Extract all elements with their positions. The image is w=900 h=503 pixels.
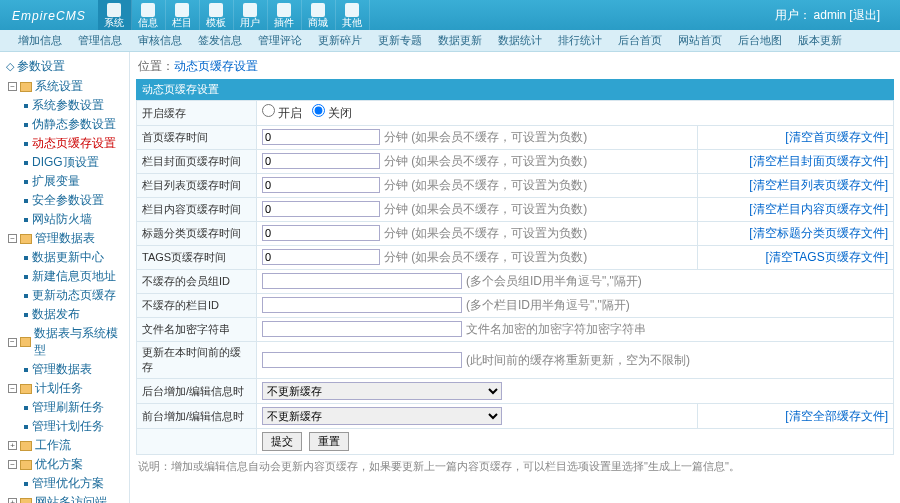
logout-link[interactable]: [退出] (849, 8, 880, 22)
tree-leaf[interactable]: DIGG顶设置 (2, 153, 127, 172)
tree-leaf[interactable]: 安全参数设置 (2, 191, 127, 210)
subnav-item[interactable]: 后台地图 (730, 33, 790, 48)
minutes-input[interactable] (262, 177, 380, 193)
bullet-icon (24, 199, 28, 203)
bullet-icon (24, 294, 28, 298)
tree-leaf[interactable]: 管理优化方案 (2, 474, 127, 493)
submit-button[interactable]: 提交 (262, 432, 302, 451)
tree-leaf[interactable]: 系统参数设置 (2, 96, 127, 115)
subnav-item[interactable]: 管理信息 (70, 33, 130, 48)
classid-input[interactable] (262, 297, 462, 313)
clear-cache-link[interactable]: [清空栏目内容页缓存文件] (749, 202, 888, 216)
clear-all-link[interactable]: [清空全部缓存文件] (785, 409, 888, 423)
radio-open[interactable]: 开启 (262, 106, 302, 120)
clear-cache-link[interactable]: [清空栏目封面页缓存文件] (749, 154, 888, 168)
tree-leaf[interactable]: 管理数据表 (2, 360, 127, 379)
subnav-item[interactable]: 数据统计 (490, 33, 550, 48)
tree-group[interactable]: −管理数据表 (2, 229, 127, 248)
user-name[interactable]: admin (814, 8, 847, 22)
subnav-item[interactable]: 版本更新 (790, 33, 850, 48)
minus-icon: − (8, 338, 17, 347)
topmenu-系统[interactable]: 系统 (98, 0, 132, 30)
menu-icon (345, 3, 359, 17)
topmenu-模板[interactable]: 模板 (200, 0, 234, 30)
bullet-icon (24, 256, 28, 260)
sidebar-title: ◇ 参数设置 (2, 56, 127, 77)
subnav-item[interactable]: 审核信息 (130, 33, 190, 48)
subnav-item[interactable]: 签发信息 (190, 33, 250, 48)
tree-leaf[interactable]: 伪静态参数设置 (2, 115, 127, 134)
clear-cache-link[interactable]: [清空TAGS页缓存文件] (766, 250, 888, 264)
subnav-item[interactable]: 增加信息 (10, 33, 70, 48)
topmenu-插件[interactable]: 插件 (268, 0, 302, 30)
radio-close[interactable]: 关闭 (312, 106, 352, 120)
tree-leaf[interactable]: 扩展变量 (2, 172, 127, 191)
minus-icon: − (8, 460, 17, 469)
sidebar: ◇ 参数设置 −系统设置系统参数设置伪静态参数设置动态页缓存设置DIGG顶设置扩… (0, 52, 130, 503)
tree-group[interactable]: −系统设置 (2, 77, 127, 96)
subnav-item[interactable]: 数据更新 (430, 33, 490, 48)
main-panel: 位置：动态页缓存设置 动态页缓存设置 开启缓存 开启 关闭 首页缓存时间分钟 (… (130, 52, 900, 503)
row-label: 开启缓存 (137, 101, 257, 126)
topmenu-用户[interactable]: 用户 (234, 0, 268, 30)
tree-leaf[interactable]: 网站防火墙 (2, 210, 127, 229)
clear-cache-link[interactable]: [清空栏目列表页缓存文件] (749, 178, 888, 192)
bullet-icon (24, 180, 28, 184)
tree-leaf[interactable]: 管理计划任务 (2, 417, 127, 436)
fname-input[interactable] (262, 321, 462, 337)
row-label: 栏目列表页缓存时间 (137, 174, 257, 198)
tree-group[interactable]: −数据表与系统模型 (2, 324, 127, 360)
tree-leaf[interactable]: 动态页缓存设置 (2, 134, 127, 153)
subnav-item[interactable]: 后台首页 (610, 33, 670, 48)
row-label: 更新在本时间前的缓存 (137, 342, 257, 379)
reset-button[interactable]: 重置 (309, 432, 349, 451)
subnav-item[interactable]: 网站首页 (670, 33, 730, 48)
folder-icon (20, 384, 32, 394)
minus-icon: − (8, 384, 17, 393)
topmenu-栏目[interactable]: 栏目 (166, 0, 200, 30)
breadcrumb-link[interactable]: 动态页缓存设置 (174, 59, 258, 73)
bullet-icon (24, 482, 28, 486)
bullet-icon (24, 161, 28, 165)
subnav-item[interactable]: 管理评论 (250, 33, 310, 48)
footer-note: 说明：增加或编辑信息自动会更新内容页缓存，如果要更新上一篇内容页缓存，可以栏目选… (136, 455, 894, 478)
backend-select[interactable]: 不更新缓存 (262, 382, 502, 400)
subnav-item[interactable]: 排行统计 (550, 33, 610, 48)
logo: EmpireCMS (0, 6, 98, 24)
folder-icon (20, 441, 32, 451)
row-label: 标题分类页缓存时间 (137, 222, 257, 246)
topmenu-信息[interactable]: 信息 (132, 0, 166, 30)
minus-icon: − (8, 82, 17, 91)
tree-group[interactable]: +工作流 (2, 436, 127, 455)
clear-cache-link[interactable]: [清空标题分类页缓存文件] (749, 226, 888, 240)
row-label: 首页缓存时间 (137, 126, 257, 150)
menu-icon (107, 3, 121, 17)
minutes-input[interactable] (262, 153, 380, 169)
minutes-input[interactable] (262, 129, 380, 145)
tree-group[interactable]: +网站多访问端 (2, 493, 127, 503)
tree-leaf[interactable]: 数据更新中心 (2, 248, 127, 267)
row-label: 不缓存的栏目ID (137, 294, 257, 318)
tree-group[interactable]: −计划任务 (2, 379, 127, 398)
tree-group[interactable]: −优化方案 (2, 455, 127, 474)
subnav-item[interactable]: 更新碎片 (310, 33, 370, 48)
time-input[interactable] (262, 352, 462, 368)
row-label: 栏目封面页缓存时间 (137, 150, 257, 174)
tree-leaf[interactable]: 新建信息页地址 (2, 267, 127, 286)
bullet-icon (24, 123, 28, 127)
folder-icon (20, 82, 32, 92)
topmenu-商城[interactable]: 商城 (302, 0, 336, 30)
minutes-input[interactable] (262, 225, 380, 241)
minutes-input[interactable] (262, 201, 380, 217)
minutes-input[interactable] (262, 249, 380, 265)
subnav-item[interactable]: 更新专题 (370, 33, 430, 48)
tree-leaf[interactable]: 更新动态页缓存 (2, 286, 127, 305)
clear-cache-link[interactable]: [清空首页缓存文件] (785, 130, 888, 144)
plus-icon: + (8, 441, 17, 450)
groupid-input[interactable] (262, 273, 462, 289)
topmenu-其他[interactable]: 其他 (336, 0, 370, 30)
frontend-select[interactable]: 不更新缓存 (262, 407, 502, 425)
tree-leaf[interactable]: 数据发布 (2, 305, 127, 324)
top-bar: EmpireCMS 系统信息栏目模板用户插件商城其他 用户： admin [退出… (0, 0, 900, 30)
tree-leaf[interactable]: 管理刷新任务 (2, 398, 127, 417)
